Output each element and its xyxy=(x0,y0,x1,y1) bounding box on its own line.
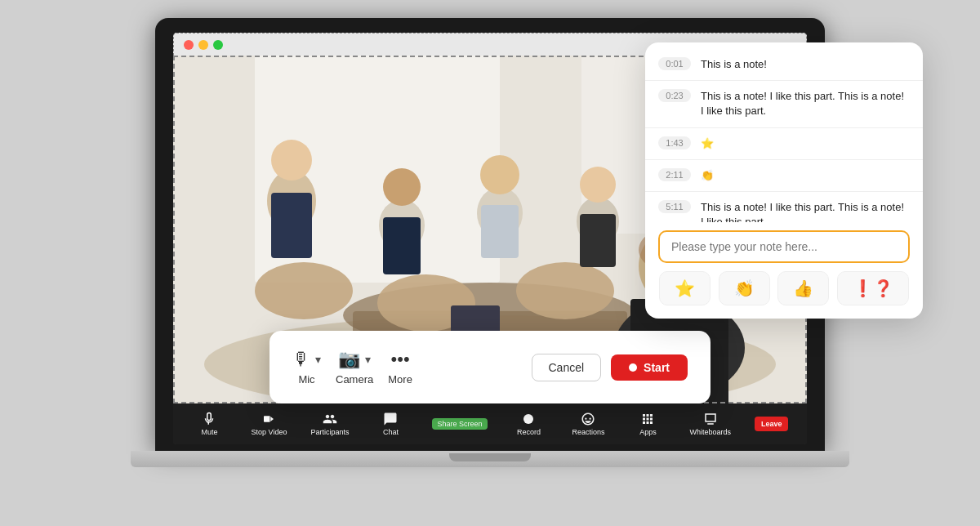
leave-button[interactable]: Leave xyxy=(755,417,789,431)
svg-point-13 xyxy=(383,168,421,206)
cancel-button[interactable]: Cancel xyxy=(532,354,602,381)
emoji-thumbsup-button[interactable]: 👍 xyxy=(777,271,829,305)
svg-rect-14 xyxy=(383,217,421,274)
note-text-3: ⭐ xyxy=(701,136,714,151)
record-label: Record xyxy=(517,428,541,436)
note-timestamp-3: 1:43 xyxy=(658,136,691,149)
toolbar-mute[interactable]: Mute xyxy=(191,412,227,436)
note-item-1: 0:01 This is a note! xyxy=(645,49,923,80)
more-label: More xyxy=(388,373,412,386)
emoji-star-button[interactable]: ⭐ xyxy=(659,271,710,305)
camera-control[interactable]: 📷 ▾ Camera xyxy=(336,349,373,386)
svg-rect-17 xyxy=(481,205,519,258)
toolbar-record[interactable]: Record xyxy=(510,412,546,436)
start-button[interactable]: Start xyxy=(611,354,688,381)
note-timestamp-2: 0:23 xyxy=(658,89,691,102)
note-item-5: 5:11 This is a note! I like this part. T… xyxy=(645,192,923,222)
recording-overlay: 🎙 ▾ Mic 📷 ▾ Camera xyxy=(270,331,710,403)
camera-icon: 📷 xyxy=(338,349,360,370)
toolbar-share-screen[interactable]: Share Screen xyxy=(432,418,487,430)
start-label: Start xyxy=(644,361,670,374)
notes-input-area xyxy=(645,222,923,263)
laptop-base xyxy=(131,451,849,467)
mute-label: Mute xyxy=(201,428,217,436)
note-item-4: 2:11 👏 xyxy=(645,160,923,191)
toolbar-whiteboards[interactable]: Whiteboards xyxy=(689,412,731,436)
svg-point-6 xyxy=(255,262,353,319)
camera-label: Camera xyxy=(336,373,373,386)
svg-point-26 xyxy=(523,414,533,424)
toolbar-apps[interactable]: Apps xyxy=(630,412,666,436)
note-text-1: This is a note! xyxy=(701,57,767,72)
emoji-exclaim-button[interactable]: ❗❓ xyxy=(837,271,909,305)
svg-point-10 xyxy=(271,140,312,181)
notes-list: 0:01 This is a note! 0:23 This is a note… xyxy=(645,42,923,222)
stop-video-label: Stop Video xyxy=(252,428,287,436)
toolbar-stop-video[interactable]: Stop Video xyxy=(251,412,287,436)
close-button[interactable] xyxy=(184,40,194,50)
whiteboards-label: Whiteboards xyxy=(689,428,731,436)
svg-point-19 xyxy=(580,167,616,203)
share-screen-active-icon: Share Screen xyxy=(432,418,487,430)
notes-input[interactable] xyxy=(658,230,910,263)
toolbar-participants[interactable]: Participants xyxy=(310,412,349,436)
mic-label: Mic xyxy=(298,373,314,386)
note-text-2: This is a note! I like this part. This i… xyxy=(701,89,910,118)
svg-rect-11 xyxy=(271,193,312,258)
note-timestamp-4: 2:11 xyxy=(658,168,691,181)
fullscreen-button[interactable] xyxy=(213,40,223,50)
note-item-3: 1:43 ⭐ xyxy=(645,128,923,159)
note-item-2: 0:23 This is a note! I like this part. T… xyxy=(645,81,923,127)
note-timestamp-1: 0:01 xyxy=(658,57,691,70)
record-dot-icon xyxy=(629,363,637,372)
camera-chevron-icon[interactable]: ▾ xyxy=(365,353,371,366)
notes-panel: 0:01 This is a note! 0:23 This is a note… xyxy=(645,42,923,319)
more-control[interactable]: ••• More xyxy=(388,349,412,386)
laptop-wrapper: 🎙 ▾ Mic 📷 ▾ Camera xyxy=(122,18,858,508)
note-text-5: This is a note! I like this part. This i… xyxy=(701,200,910,222)
bottom-toolbar: Mute Stop Video Participants Chat Share … xyxy=(173,403,807,444)
svg-point-16 xyxy=(480,155,519,194)
notes-emoji-row: ⭐ 👏 👍 ❗❓ xyxy=(645,263,923,305)
mic-chevron-icon[interactable]: ▾ xyxy=(315,353,321,366)
recording-controls: 🎙 ▾ Mic 📷 ▾ Camera xyxy=(292,349,412,386)
minimize-button[interactable] xyxy=(198,40,208,50)
participants-label: Participants xyxy=(310,428,349,436)
mic-control[interactable]: 🎙 ▾ Mic xyxy=(292,349,321,386)
recording-action-buttons: Cancel Start xyxy=(532,354,688,381)
emoji-clap-button[interactable]: 👏 xyxy=(719,271,770,305)
toolbar-reactions[interactable]: Reactions xyxy=(570,412,606,436)
reactions-label: Reactions xyxy=(572,428,604,436)
svg-rect-20 xyxy=(580,214,616,267)
apps-label: Apps xyxy=(639,428,657,436)
more-icon: ••• xyxy=(391,349,410,370)
svg-point-8 xyxy=(516,262,614,319)
mic-icon: 🎙 xyxy=(292,349,310,370)
note-text-4: 👏 xyxy=(701,168,714,183)
note-timestamp-5: 5:11 xyxy=(658,200,691,213)
toolbar-chat[interactable]: Chat xyxy=(372,412,408,436)
chat-label: Chat xyxy=(383,428,399,436)
